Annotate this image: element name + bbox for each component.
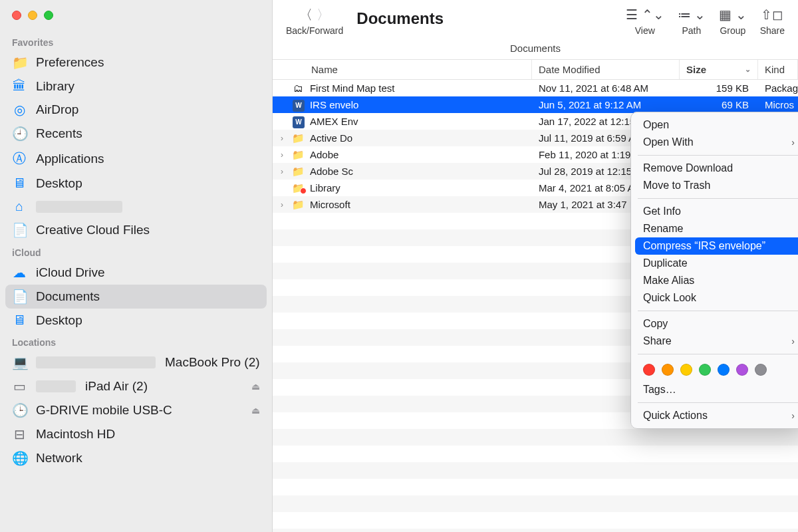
tag-color-button[interactable] — [718, 364, 730, 376]
sidebar-item-ipad[interactable]: ▭ iPad Air (2) ⏏ — [5, 374, 267, 398]
column-header-date[interactable]: Date Modified — [532, 60, 680, 79]
menu-separator — [638, 354, 798, 354]
clock-icon: 🕘 — [12, 126, 27, 142]
sidebar-section-locations: Locations — [5, 332, 267, 350]
sidebar-item-gdrive[interactable]: 🕒 G-DRIVE mobile USB-C ⏏ — [5, 398, 267, 422]
eject-icon[interactable]: ⏏ — [251, 405, 260, 416]
menu-item-rename[interactable]: Rename — [631, 220, 798, 237]
toolbar-label: Path — [682, 25, 701, 36]
share-icon: ⇧◻ — [761, 7, 783, 23]
empty-row — [273, 429, 798, 446]
tag-color-button[interactable] — [755, 364, 767, 376]
column-header-size[interactable]: Size ⌄ — [680, 60, 758, 79]
document-icon: 📄 — [12, 222, 27, 238]
sidebar-item-macintosh-hd[interactable]: ⊟ Macintosh HD — [5, 422, 267, 446]
menu-item-quick-actions[interactable]: Quick Actions› — [631, 407, 798, 424]
disclosure-triangle[interactable]: › — [273, 200, 291, 209]
sidebar-item-recents[interactable]: 🕘 Recents — [5, 122, 267, 146]
toolbar-label: Share — [760, 25, 785, 36]
toolbar-share[interactable]: ⇧◻ Share — [760, 7, 785, 36]
cloud-icon: ☁︎ — [12, 265, 27, 281]
sidebar-item-icloud-drive[interactable]: ☁︎ iCloud Drive — [5, 261, 267, 285]
menu-separator — [638, 155, 798, 156]
chevron-right-icon: › — [791, 410, 795, 421]
sidebar-item-home[interactable]: ⌂ — [5, 195, 267, 218]
word-doc-icon: W — [293, 100, 305, 112]
disclosure-triangle[interactable]: › — [273, 134, 291, 143]
menu-item-remove-download[interactable]: Remove Download — [631, 160, 798, 177]
toolbar-group[interactable]: ▦ ⌄ Group — [719, 7, 747, 36]
sidebar-item-documents[interactable]: 📄 Documents — [5, 285, 267, 309]
file-name: First Mind Map test — [306, 82, 532, 94]
sidebar-item-network[interactable]: 🌐 Network — [5, 446, 267, 470]
sidebar-item-label: Preferences — [36, 55, 104, 70]
time-machine-icon: 🕒 — [12, 402, 27, 418]
menu-item-duplicate[interactable]: Duplicate — [631, 255, 798, 272]
menu-item-share[interactable]: Share› — [631, 332, 798, 350]
file-size: 69 KB — [680, 99, 758, 110]
folder-icon: 📁 — [12, 55, 27, 70]
zoom-window-button[interactable] — [44, 11, 53, 20]
sidebar-item-label: Creative Cloud Files — [36, 223, 150, 237]
menu-separator — [638, 198, 798, 199]
chevron-left-icon[interactable]: 〈 — [299, 6, 313, 24]
close-window-button[interactable] — [12, 11, 21, 20]
applications-icon: Ⓐ — [12, 150, 27, 168]
menu-item-copy[interactable]: Copy — [631, 315, 798, 332]
main-panel: 〈 〉 Back/Forward Documents ☰ ⌃⌄ View ≔ ⌄… — [273, 0, 798, 532]
tag-color-button[interactable] — [643, 364, 655, 376]
sidebar-item-preferences[interactable]: 📁 Preferences — [5, 51, 267, 74]
tag-color-button[interactable] — [736, 364, 748, 376]
column-header-name[interactable]: Name — [273, 60, 532, 79]
toolbar-back-forward[interactable]: 〈 〉 Back/Forward — [286, 7, 343, 36]
menu-item-make-alias[interactable]: Make Alias — [631, 272, 798, 289]
sidebar-item-library[interactable]: 🏛 Library — [5, 74, 267, 98]
sidebar-item-creative-cloud[interactable]: 📄 Creative Cloud Files — [5, 218, 267, 242]
empty-row — [273, 529, 798, 532]
sidebar: Favorites 📁 Preferences 🏛 Library ◎ AirD… — [0, 0, 273, 532]
menu-item-compress[interactable]: Compress “IRS envelope” — [635, 237, 798, 255]
sidebar-item-label: AirDrop — [36, 102, 78, 117]
disclosure-triangle[interactable]: › — [273, 150, 291, 160]
tag-color-button[interactable] — [699, 364, 711, 376]
desktop-icon: 🖥 — [12, 313, 27, 328]
sidebar-item-airdrop[interactable]: ◎ AirDrop — [5, 98, 267, 122]
table-row[interactable]: 🗂First Mind Map testNov 11, 2021 at 6:48… — [273, 80, 798, 96]
tag-color-button[interactable] — [662, 364, 674, 376]
eject-icon[interactable]: ⏏ — [251, 381, 260, 392]
disclosure-triangle[interactable]: › — [273, 167, 291, 176]
sidebar-item-label: Network — [36, 451, 82, 466]
sidebar-item-macbook[interactable]: 💻 MacBook Pro (2) — [5, 350, 267, 374]
library-icon: 🏛 — [12, 78, 27, 94]
table-row[interactable]: WIRS enveloJun 5, 2021 at 9:12 AM69 KBMi… — [273, 96, 798, 113]
empty-row — [273, 479, 798, 495]
sidebar-item-desktop[interactable]: 🖥 Desktop — [5, 172, 267, 195]
empty-row — [273, 462, 798, 479]
house-icon: ⌂ — [12, 199, 27, 214]
sidebar-item-label: iPad Air (2) — [85, 379, 148, 394]
chevron-right-icon: › — [791, 137, 795, 148]
toolbar-view[interactable]: ☰ ⌃⌄ View — [626, 7, 664, 36]
menu-item-get-info[interactable]: Get Info — [631, 203, 798, 220]
menu-item-quick-look[interactable]: Quick Look — [631, 289, 798, 307]
path-bar[interactable]: Documents — [273, 39, 798, 60]
document-icon: 🗂 — [293, 82, 303, 94]
sidebar-item-applications[interactable]: Ⓐ Applications — [5, 146, 267, 172]
menu-item-open-with[interactable]: Open With› — [631, 134, 798, 151]
menu-item-move-to-trash[interactable]: Move to Trash — [631, 177, 798, 194]
menu-item-tags[interactable]: Tags… — [631, 381, 798, 398]
file-date: Nov 11, 2021 at 6:48 AM — [532, 82, 680, 94]
chevron-right-icon[interactable]: 〉 — [317, 6, 330, 24]
laptop-icon: 💻 — [12, 354, 27, 370]
toolbar: 〈 〉 Back/Forward Documents ☰ ⌃⌄ View ≔ ⌄… — [273, 0, 798, 39]
sidebar-item-label: MacBook Pro (2) — [165, 355, 260, 370]
sidebar-item-desktop-icloud[interactable]: 🖥 Desktop — [5, 309, 267, 332]
desktop-icon: 🖥 — [12, 176, 27, 191]
toolbar-path[interactable]: ≔ ⌄ Path — [678, 7, 706, 36]
menu-separator — [638, 311, 798, 311]
column-header-kind[interactable]: Kind — [758, 60, 798, 79]
tag-color-button[interactable] — [680, 364, 692, 376]
sidebar-item-label: Desktop — [36, 313, 82, 328]
minimize-window-button[interactable] — [28, 11, 37, 20]
menu-item-open[interactable]: Open — [631, 116, 798, 134]
